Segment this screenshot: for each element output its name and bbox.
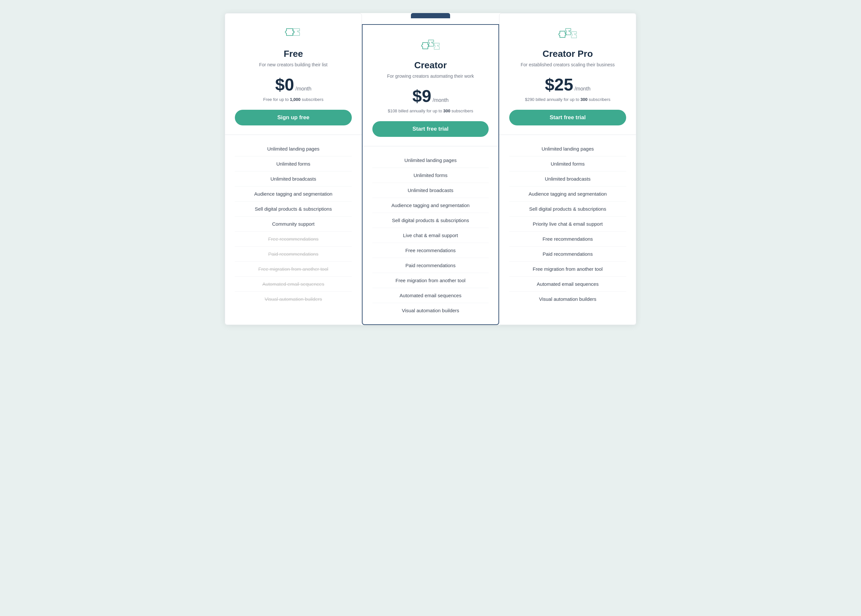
feature-item-free-8: Free migration from another tool — [235, 262, 352, 277]
feature-item-creator-pro-10: Visual automation builders — [509, 292, 626, 306]
feature-item-creator-pro-8: Free migration from another tool — [509, 262, 626, 277]
feature-item-free-0: Unlimited landing pages — [235, 141, 352, 156]
plan-name-creator: Creator — [372, 60, 489, 71]
feature-item-creator-pro-1: Unlimited forms — [509, 156, 626, 171]
plan-card-creator-pro: Creator ProFor established creators scal… — [499, 13, 636, 325]
plan-card-creator: CreatorFor growing creators automating t… — [362, 24, 499, 325]
plan-name-free: Free — [235, 49, 352, 59]
feature-item-free-5: Community support — [235, 217, 352, 232]
plan-header-creator-pro: Creator ProFor established creators scal… — [500, 13, 636, 135]
feature-item-creator-pro-2: Unlimited broadcasts — [509, 171, 626, 187]
feature-item-creator-10: Visual automation builders — [372, 303, 489, 318]
feature-item-creator-5: Live chat & email support — [372, 228, 489, 243]
feature-item-free-7: Paid recommendations — [235, 247, 352, 262]
feature-item-free-9: Automated email sequences — [235, 277, 352, 292]
feature-item-creator-pro-7: Paid recommendations — [509, 247, 626, 262]
plan-card-free: FreeFor new creators building their list… — [225, 13, 362, 325]
price-amount-free: $0 — [275, 75, 294, 94]
plan-features-creator: Unlimited landing pagesUnlimited formsUn… — [363, 146, 498, 324]
cta-button-creator-pro[interactable]: Start free trial — [509, 110, 626, 126]
feature-item-free-1: Unlimited forms — [235, 156, 352, 171]
cta-button-free[interactable]: Sign up free — [235, 110, 352, 126]
feature-item-creator-9: Automated email sequences — [372, 288, 489, 303]
feature-item-free-10: Visual automation builders — [235, 292, 352, 306]
plan-icon-creator-pro — [509, 25, 626, 44]
price-note-creator-pro: $290 billed annually for up to 300 subsc… — [509, 97, 626, 102]
plan-icon-creator — [372, 36, 489, 55]
feature-item-creator-7: Paid recommendations — [372, 258, 489, 273]
feature-item-creator-pro-5: Priority live chat & email support — [509, 217, 626, 232]
plans-grid: FreeFor new creators building their list… — [225, 13, 636, 325]
feature-item-creator-2: Unlimited broadcasts — [372, 183, 489, 198]
recommended-badge — [411, 13, 450, 18]
feature-item-free-3: Audience tagging and segmentation — [235, 187, 352, 201]
plan-icon-free — [235, 25, 352, 44]
price-amount-creator-pro: $25 — [545, 75, 573, 94]
feature-item-creator-8: Free migration from another tool — [372, 273, 489, 288]
price-amount-creator: $9 — [413, 86, 432, 106]
feature-item-free-4: Sell digital products & subscriptions — [235, 201, 352, 217]
feature-item-free-6: Free recommendations — [235, 232, 352, 247]
feature-item-creator-pro-4: Sell digital products & subscriptions — [509, 201, 626, 217]
plan-features-creator-pro: Unlimited landing pagesUnlimited formsUn… — [500, 135, 636, 313]
feature-item-creator-6: Free recommendations — [372, 243, 489, 258]
plan-price-creator: $9/month — [372, 86, 489, 106]
feature-item-creator-1: Unlimited forms — [372, 168, 489, 183]
price-period-creator-pro: /month — [575, 86, 591, 92]
plan-header-free: FreeFor new creators building their list… — [225, 13, 361, 135]
feature-item-creator-pro-0: Unlimited landing pages — [509, 141, 626, 156]
feature-item-creator-pro-6: Free recommendations — [509, 232, 626, 247]
plan-features-free: Unlimited landing pagesUnlimited formsUn… — [225, 135, 361, 313]
price-period-creator: /month — [432, 97, 448, 103]
plan-description-creator-pro: For established creators scaling their b… — [509, 62, 626, 68]
feature-item-creator-pro-9: Automated email sequences — [509, 277, 626, 292]
plan-price-free: $0/month — [235, 75, 352, 94]
plan-price-creator-pro: $25/month — [509, 75, 626, 94]
feature-item-creator-pro-3: Audience tagging and segmentation — [509, 187, 626, 201]
feature-item-creator-4: Sell digital products & subscriptions — [372, 213, 489, 228]
plan-description-free: For new creators building their list — [235, 62, 352, 68]
plan-name-creator-pro: Creator Pro — [509, 49, 626, 59]
cta-button-creator[interactable]: Start free trial — [372, 121, 489, 137]
price-note-free: Free for up to 1,000 subscribers — [235, 97, 352, 102]
feature-item-creator-3: Audience tagging and segmentation — [372, 198, 489, 213]
price-period-free: /month — [295, 86, 311, 92]
plan-description-creator: For growing creators automating their wo… — [372, 73, 489, 80]
pricing-wrapper: FreeFor new creators building their list… — [225, 13, 636, 325]
feature-item-creator-0: Unlimited landing pages — [372, 153, 489, 168]
plan-header-creator: CreatorFor growing creators automating t… — [363, 25, 498, 146]
price-note-creator: $108 billed annually for up to 300 subsc… — [372, 108, 489, 113]
feature-item-free-2: Unlimited broadcasts — [235, 171, 352, 187]
